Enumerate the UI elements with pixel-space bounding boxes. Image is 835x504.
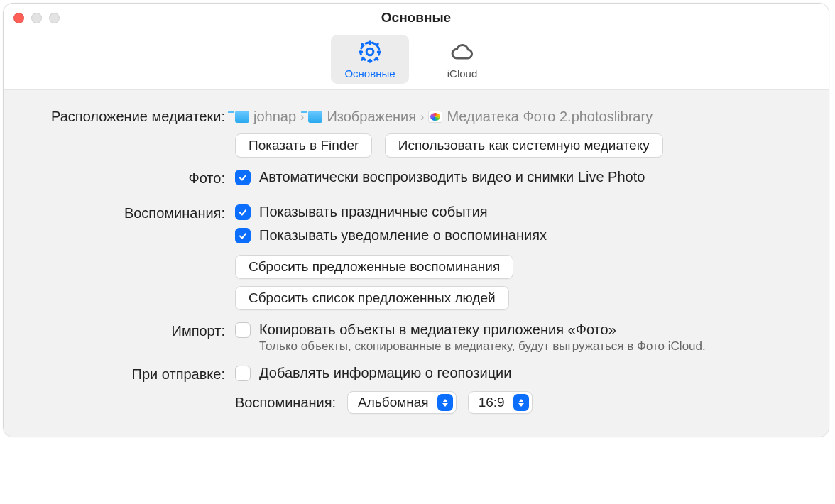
reset-suggested-memories-button[interactable]: Сбросить предложенные воспоминания: [235, 255, 513, 279]
checkbox-memory-notifications-label: Показывать уведомление о воспоминаниях: [259, 227, 547, 243]
show-in-finder-button[interactable]: Показать в Finder: [235, 133, 372, 158]
copy-items-note: Только объекты, скопированные в медиатек…: [259, 339, 810, 354]
cloud-icon: [449, 39, 475, 65]
row-photo: Фото: Автоматически воспроизводить видео…: [22, 169, 810, 192]
label-photo: Фото:: [22, 169, 235, 187]
tab-icloud-label: iCloud: [447, 67, 478, 80]
toolbar: Основные iCloud: [4, 32, 829, 90]
label-sharing: При отправке:: [22, 365, 235, 383]
zoom-window-button[interactable]: [49, 13, 60, 23]
gear-icon: [357, 39, 383, 65]
checkbox-copy-items-label: Копировать объекты в медиатеку приложени…: [259, 322, 616, 338]
row-import: Импорт: Копировать объекты в медиатеку п…: [22, 322, 810, 354]
select-aspect-ratio-value: 16:9: [479, 395, 505, 410]
label-memories: Воспоминания:: [22, 204, 235, 221]
label-import: Импорт:: [22, 322, 235, 339]
chevron-right-icon: ›: [420, 111, 424, 124]
chevron-up-down-icon: [513, 394, 529, 411]
select-orientation[interactable]: Альбомная: [347, 391, 457, 414]
titlebar: Основные: [4, 4, 829, 32]
window-controls: [13, 13, 60, 23]
content-area: Расположение медиатеки: johnap › Изображ…: [4, 90, 829, 437]
svg-point-0: [366, 48, 373, 55]
window-title: Основные: [4, 10, 829, 26]
checkbox-show-holidays[interactable]: [235, 204, 251, 220]
chevron-up-down-icon: [437, 394, 453, 411]
row-sharing: При отправке: Добавлять информацию о гео…: [22, 365, 810, 414]
checkbox-memory-notifications[interactable]: [235, 228, 251, 243]
close-window-button[interactable]: [13, 13, 24, 23]
tab-general-label: Основные: [344, 67, 395, 80]
row-library-location: Расположение медиатеки: johnap › Изображ…: [22, 107, 810, 158]
minimize-window-button[interactable]: [31, 13, 42, 23]
select-orientation-value: Альбомная: [358, 395, 429, 410]
label-library-location: Расположение медиатеки:: [22, 107, 235, 125]
folder-icon: [308, 111, 322, 123]
breadcrumb-seg-2: Изображения: [327, 109, 416, 125]
tab-icloud[interactable]: iCloud: [423, 35, 501, 84]
use-as-system-library-button[interactable]: Использовать как системную медиатеку: [385, 133, 663, 158]
tab-general[interactable]: Основные: [331, 35, 409, 84]
breadcrumb-seg-3: Медиатека Фото 2.photoslibrary: [447, 109, 653, 125]
checkbox-show-holidays-label: Показывать праздничные события: [259, 204, 488, 220]
checkbox-include-location[interactable]: [235, 366, 251, 381]
label-memories-orientation: Воспоминания:: [235, 395, 336, 411]
breadcrumb: johnap › Изображения › Медиатека Фото 2.…: [235, 107, 810, 125]
row-memories: Воспоминания: Показывать праздничные соб…: [22, 204, 810, 310]
checkbox-autoplay-label: Автоматически воспроизводить видео и сни…: [259, 169, 645, 185]
checkbox-include-location-label: Добавлять информацию о геопозиции: [259, 365, 511, 381]
folder-icon: [235, 111, 249, 123]
checkbox-copy-items[interactable]: [235, 322, 251, 338]
photos-library-icon: [428, 111, 442, 123]
preferences-window: Основные Основные iCloud Расп: [3, 3, 829, 437]
select-aspect-ratio[interactable]: 16:9: [468, 391, 533, 414]
breadcrumb-seg-1: johnap: [253, 109, 296, 125]
reset-suggested-people-button[interactable]: Сбросить список предложенных людей: [235, 286, 509, 310]
checkbox-autoplay[interactable]: [235, 170, 251, 185]
